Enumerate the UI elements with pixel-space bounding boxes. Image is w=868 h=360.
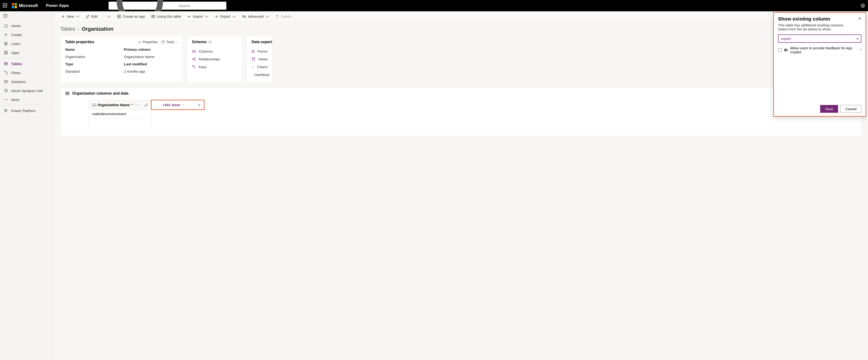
- nav-label: Home: [11, 24, 21, 28]
- nav-collapse-button[interactable]: [0, 11, 54, 21]
- prop-value: Organization Name: [124, 55, 178, 59]
- data-experiences-card: Data experien Forms Views Charts: [247, 36, 273, 83]
- chevron-down-icon: [205, 15, 209, 19]
- app-launcher-icon[interactable]: [3, 3, 7, 8]
- schema-relationships[interactable]: Relationships: [192, 55, 238, 63]
- nav-item-create[interactable]: Create: [0, 30, 54, 39]
- app-header: Microsoft Power Apps: [0, 0, 868, 11]
- nav-item-solutions[interactable]: Solutions: [0, 77, 54, 86]
- prop-value: Organization: [65, 55, 119, 59]
- nav-label: Create: [11, 33, 22, 37]
- sort-asc-icon: ↑: [134, 103, 135, 107]
- card-title: Table properties: [65, 40, 94, 44]
- column-option-label: Allow users to provide feedback for App …: [790, 46, 858, 54]
- table-row[interactable]: mattsdevenvironment: [89, 109, 857, 118]
- dataexp-charts[interactable]: Charts: [252, 63, 268, 71]
- nav-item-home[interactable]: Home: [0, 21, 54, 30]
- schema-card: Schema Abc Columns Relationships: [187, 36, 242, 83]
- cancel-button[interactable]: Cancel: [840, 105, 861, 113]
- cmd-label: Delete: [281, 15, 291, 19]
- svg-rect-13: [6, 53, 7, 54]
- required-indicator: *: [860, 48, 861, 52]
- chevron-down-icon: [107, 15, 111, 19]
- nav-item-flows[interactable]: Flows: [0, 68, 54, 77]
- dataexp-views[interactable]: Views: [252, 55, 268, 63]
- nav-label: Tables: [11, 62, 22, 66]
- cmd-export[interactable]: Export: [212, 13, 238, 20]
- cell-value[interactable]: mattsdevenvironment: [89, 109, 151, 118]
- add-column-button[interactable]: [194, 100, 204, 109]
- nav-item-apps[interactable]: Apps: [0, 48, 54, 57]
- nav-item-more[interactable]: More: [0, 95, 54, 104]
- cmd-label: Export: [220, 15, 230, 19]
- chevron-right-icon: ›: [78, 26, 80, 32]
- global-search[interactable]: [108, 2, 226, 10]
- nav-item-learn[interactable]: Learn: [0, 39, 54, 48]
- checkbox[interactable]: [778, 48, 781, 52]
- nav-label: Power Platform: [11, 109, 36, 113]
- dataexp-dashboards[interactable]: Dashboar: [252, 71, 268, 79]
- svg-point-38: [139, 41, 140, 43]
- svg-line-49: [193, 59, 194, 60]
- chevron-down-icon: [232, 15, 236, 19]
- info-icon[interactable]: [209, 40, 212, 44]
- column-search-input[interactable]: [778, 34, 861, 43]
- chevron-down-icon: [76, 15, 80, 19]
- microsoft-logo-icon: [12, 3, 17, 8]
- cmd-edit[interactable]: Edit: [83, 13, 100, 20]
- prop-label: Primary column: [124, 48, 178, 51]
- svg-rect-10: [4, 51, 6, 52]
- cmd-create-app[interactable]: Create an app: [115, 13, 148, 20]
- cmd-label: Advanced: [248, 15, 264, 19]
- nav-label: Apps: [11, 51, 19, 55]
- svg-point-18: [4, 71, 5, 72]
- app-name[interactable]: Power Apps: [46, 3, 69, 8]
- prop-label: Name: [65, 48, 119, 51]
- prop-value: Standard: [65, 70, 119, 73]
- cmd-using-table[interactable]: Using this table: [149, 13, 184, 20]
- chevron-down-icon: [266, 15, 269, 19]
- tools-button[interactable]: Tools: [161, 40, 178, 44]
- panel-search[interactable]: ✕: [778, 34, 861, 43]
- nav-label: Azure Synapse Link: [11, 89, 43, 93]
- main-content: New Edit Create an app Using this table: [54, 11, 868, 360]
- schema-columns[interactable]: Abc Columns: [192, 48, 238, 55]
- chevron-down-icon[interactable]: [137, 104, 139, 106]
- cell-empty[interactable]: [89, 118, 151, 133]
- ms-brand[interactable]: Microsoft: [12, 3, 38, 8]
- clear-icon[interactable]: ✕: [856, 36, 859, 41]
- column-header-name[interactable]: Abc Organization Name * ↑: [89, 100, 151, 109]
- nav-item-power-platform[interactable]: Power Platform: [0, 106, 54, 115]
- svg-point-25: [7, 99, 7, 100]
- cmd-advanced[interactable]: Advanced: [240, 13, 272, 20]
- cmd-edit-dropdown[interactable]: [105, 13, 113, 20]
- card-title: Data experien: [252, 40, 273, 44]
- cmd-import[interactable]: Import: [185, 13, 211, 20]
- card-title: Organization columns and data: [72, 91, 128, 95]
- svg-point-19: [7, 73, 7, 74]
- nav-label: Solutions: [11, 80, 26, 84]
- search-input[interactable]: [179, 4, 223, 8]
- svg-rect-14: [4, 62, 7, 65]
- nav-item-synapse[interactable]: Azure Synapse Link: [0, 86, 54, 95]
- close-icon[interactable]: ✕: [858, 16, 861, 21]
- globe-icon[interactable]: [861, 3, 865, 8]
- breadcrumb-root[interactable]: Tables: [60, 26, 75, 32]
- cmd-new[interactable]: New: [59, 13, 82, 20]
- cmd-delete[interactable]: Delete: [273, 13, 293, 20]
- edit-icon[interactable]: [145, 103, 148, 107]
- properties-button[interactable]: Properties: [138, 40, 158, 44]
- table-row[interactable]: [89, 118, 857, 133]
- cmd-label: Edit: [91, 15, 97, 19]
- text-column-icon: Abc: [92, 104, 96, 106]
- svg-rect-60: [66, 92, 69, 95]
- nav-item-tables[interactable]: Tables: [0, 59, 54, 68]
- breadcrumb-current: Organization: [82, 26, 113, 32]
- svg-rect-11: [6, 51, 7, 52]
- show-more-columns[interactable]: +441 more: [151, 100, 194, 109]
- column-option[interactable]: Allow users to provide feedback for App …: [778, 46, 861, 54]
- toggle-icon: [784, 49, 788, 51]
- save-button[interactable]: Save: [820, 105, 838, 113]
- schema-keys[interactable]: Keys: [192, 63, 238, 71]
- dataexp-forms[interactable]: Forms: [252, 48, 268, 55]
